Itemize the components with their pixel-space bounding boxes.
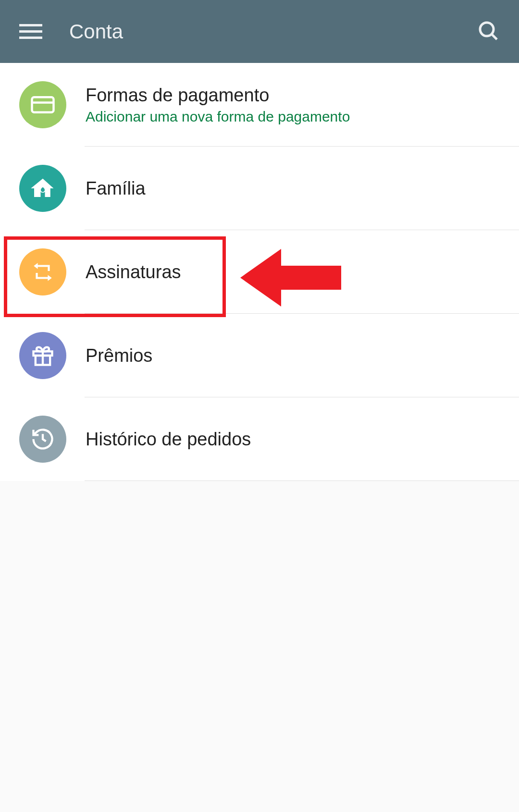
- list-item-order-history[interactable]: Histórico de pedidos: [0, 397, 519, 481]
- item-title: Histórico de pedidos: [86, 429, 251, 450]
- svg-rect-2: [32, 97, 54, 112]
- history-icon: [19, 416, 66, 463]
- item-content: Prêmios: [86, 345, 152, 366]
- item-subtitle: Adicionar uma nova forma de pagamento: [86, 109, 350, 125]
- list-item-rewards[interactable]: Prêmios: [0, 314, 519, 397]
- gift-icon: [19, 332, 66, 379]
- page-title: Conta: [69, 20, 123, 43]
- item-title: Assinaturas: [86, 262, 181, 283]
- hamburger-menu-icon[interactable]: [19, 20, 42, 43]
- item-title: Família: [86, 178, 146, 199]
- account-menu-list: Formas de pagamento Adicionar uma nova f…: [0, 63, 519, 481]
- item-title: Formas de pagamento: [86, 85, 350, 106]
- svg-line-1: [492, 34, 497, 39]
- item-content: Histórico de pedidos: [86, 429, 251, 450]
- list-item-subscriptions[interactable]: Assinaturas: [0, 230, 519, 314]
- search-icon[interactable]: [477, 19, 500, 44]
- item-content: Família: [86, 178, 146, 199]
- svg-point-0: [480, 23, 494, 36]
- list-item-family[interactable]: Família: [0, 147, 519, 230]
- item-content: Formas de pagamento Adicionar uma nova f…: [86, 85, 350, 125]
- item-content: Assinaturas: [86, 262, 181, 283]
- home-icon: [19, 165, 66, 212]
- list-item-payment-methods[interactable]: Formas de pagamento Adicionar uma nova f…: [0, 63, 519, 147]
- card-icon: [19, 81, 66, 128]
- item-title: Prêmios: [86, 345, 152, 366]
- app-header: Conta: [0, 0, 519, 63]
- refresh-icon: [19, 248, 66, 295]
